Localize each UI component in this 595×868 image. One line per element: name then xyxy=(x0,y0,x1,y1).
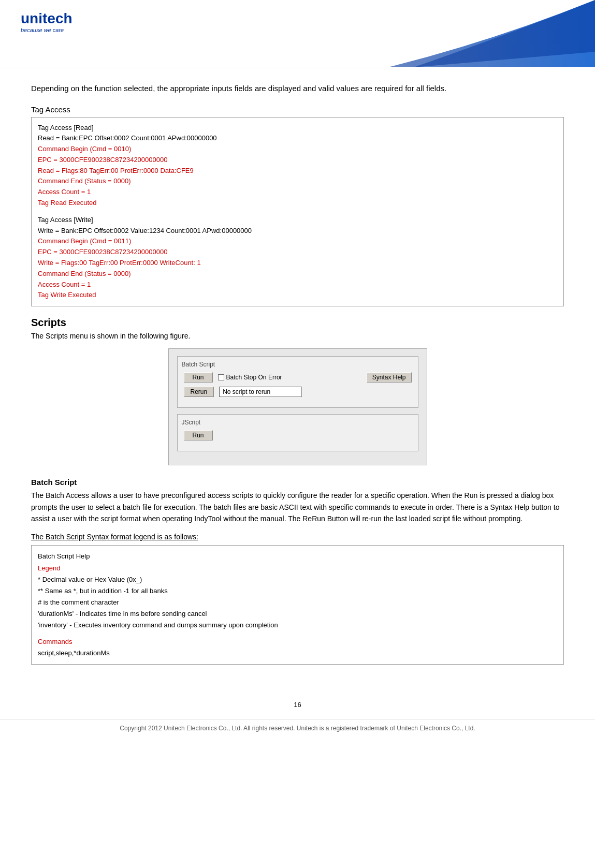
page-number: 16 xyxy=(0,701,595,709)
batch-run-row: Run Batch Stop On Error Syntax Help xyxy=(184,372,412,382)
logo-tagline: because we care xyxy=(21,27,72,33)
legend-blank xyxy=(38,631,557,636)
no-script-field: No script to rerun xyxy=(219,387,302,397)
legend-line7: 'inventory' - Executes inventory command… xyxy=(38,620,557,631)
batch-run-button[interactable]: Run xyxy=(184,372,213,382)
legend-box: Batch Script Help Legend * Decimal value… xyxy=(31,545,564,665)
scripts-intro: The Scripts menu is shown in the followi… xyxy=(31,332,564,340)
scripts-section: Scripts The Scripts menu is shown in the… xyxy=(31,317,564,524)
batch-stop-label: Batch Stop On Error xyxy=(226,374,282,381)
write-line5: Write = Flags:00 TagErr:00 ProtErr:0000 … xyxy=(38,258,557,269)
legend-line10: script,sleep,*durationMs xyxy=(38,648,557,659)
scripts-heading: Scripts xyxy=(31,317,564,329)
page-footer-area: 16 Copyright 2012 Unitech Electronics Co… xyxy=(0,701,595,737)
batch-rerun-button[interactable]: Rerun xyxy=(184,387,214,397)
legend-line6: 'durationMs' - Indicates time in ms befo… xyxy=(38,608,557,620)
read-line8: Tag Read Executed xyxy=(38,198,557,209)
legend-line1: Batch Script Help xyxy=(38,551,557,562)
batch-script-group-title: Batch Script xyxy=(182,361,412,368)
read-line4: EPC = 3000CFE900238C87234200000000 xyxy=(38,155,557,166)
legend-line4: ** Same as *, but in addition -1 for all… xyxy=(38,585,557,597)
write-line1: Tag Access [Write] xyxy=(38,215,557,226)
legend-line3: * Decimal value or Hex Value (0x_) xyxy=(38,574,557,585)
batch-stop-checkbox[interactable] xyxy=(218,374,224,380)
batch-script-group: Batch Script Run Batch Stop On Error Syn… xyxy=(177,356,418,408)
script-panel: Batch Script Run Batch Stop On Error Syn… xyxy=(168,348,427,465)
legend-title: The Batch Script Syntax format legend is… xyxy=(31,533,564,541)
read-line6: Command End (Status = 0000) xyxy=(38,176,557,187)
write-line8: Tag Write Executed xyxy=(38,290,557,301)
page-header: unitech because we care xyxy=(0,0,595,67)
copyright-text: Copyright 2012 Unitech Electronics Co., … xyxy=(0,719,595,737)
tag-access-box: Tag Access [Read] Read = Bank:EPC Offset… xyxy=(31,117,564,307)
syntax-help-button[interactable]: Syntax Help xyxy=(367,372,412,382)
read-line5: Read = Flags:80 TagErr:00 ProtErr:0000 D… xyxy=(38,166,557,176)
main-content: Depending on the function selected, the … xyxy=(0,67,595,685)
logo-area: unitech because we care xyxy=(21,10,72,33)
write-line2: Write = Bank:EPC Offset:0002 Value:1234 … xyxy=(38,226,557,237)
write-line7: Access Count = 1 xyxy=(38,279,557,290)
tag-access-section: Tag Access Tag Access [Read] Read = Bank… xyxy=(31,105,564,307)
jscript-group: JScript Run xyxy=(177,414,418,451)
legend-line9: Commands xyxy=(38,636,557,648)
batch-script-body: The Batch Access allows a user to have p… xyxy=(31,490,564,524)
read-line2: Read = Bank:EPC Offset:0002 Count:0001 A… xyxy=(38,133,557,144)
read-line7: Access Count = 1 xyxy=(38,187,557,198)
jscript-run-button[interactable]: Run xyxy=(184,430,213,440)
logo-name: unitech xyxy=(21,10,72,27)
legend-line5: # is the comment character xyxy=(38,597,557,608)
header-arc-decoration xyxy=(336,0,595,67)
read-line3: Command Begin (Cmd = 0010) xyxy=(38,144,557,155)
write-line6: Command End (Status = 0000) xyxy=(38,269,557,279)
batch-stop-checkbox-area: Batch Stop On Error xyxy=(218,374,282,381)
tag-access-title: Tag Access xyxy=(31,105,564,114)
jscript-run-row: Run xyxy=(184,430,412,440)
legend-line2: Legend xyxy=(38,563,557,574)
read-line1: Tag Access [Read] xyxy=(38,123,557,134)
legend-section: The Batch Script Syntax format legend is… xyxy=(31,533,564,665)
intro-paragraph: Depending on the function selected, the … xyxy=(31,83,564,95)
write-line3: Command Begin (Cmd = 0011) xyxy=(38,236,557,247)
batch-rerun-row: Rerun No script to rerun xyxy=(184,387,412,397)
jscript-group-title: JScript xyxy=(182,419,412,426)
batch-script-heading: Batch Script xyxy=(31,478,564,487)
write-line4: EPC = 3000CFE900238C87234200000000 xyxy=(38,247,557,258)
script-panel-wrapper: Batch Script Run Batch Stop On Error Syn… xyxy=(31,348,564,465)
